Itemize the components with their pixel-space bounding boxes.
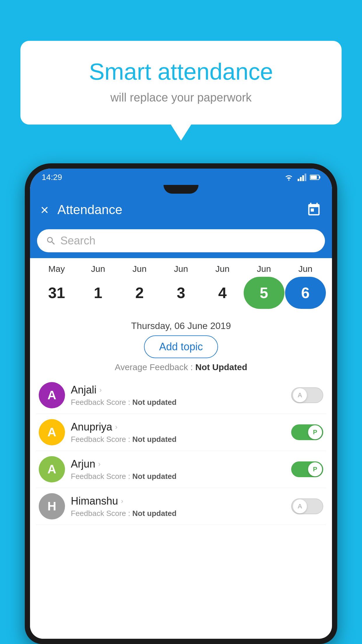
status-time: 14:29 [42, 173, 62, 182]
toggle-present-arjun[interactable]: P [291, 461, 323, 477]
calendar-day-3[interactable]: 3 [161, 277, 201, 309]
svg-rect-0 [298, 179, 299, 181]
calendar-day-31[interactable]: 31 [36, 277, 77, 309]
phone-screen: 14:29 [30, 169, 332, 639]
student-feedback-anjali: Feedback Score : Not updated [71, 398, 285, 407]
add-topic-button[interactable]: Add topic [144, 335, 218, 358]
notch-area [30, 185, 332, 194]
student-name-himanshu: Himanshu › [71, 495, 285, 507]
avg-feedback-value: Not Updated [195, 362, 247, 372]
speech-bubble-section: Smart attendance will replace your paper… [20, 41, 342, 141]
toggle-present-anupriya[interactable]: P [291, 424, 323, 440]
table-row: A Arjun › Feedback Score : Not updated P [36, 451, 326, 488]
svg-rect-2 [302, 175, 304, 181]
search-bar-wrapper: Search [30, 226, 332, 258]
calendar-day-2[interactable]: 2 [119, 277, 160, 309]
calendar-day-4[interactable]: 4 [202, 277, 243, 309]
calendar-months-row: May Jun Jun Jun Jun Jun Jun [33, 264, 329, 274]
toggle-absent-himanshu[interactable]: A [291, 498, 323, 514]
speech-bubble: Smart attendance will replace your paper… [20, 41, 342, 125]
search-bar[interactable]: Search [37, 229, 325, 252]
month-2: Jun [119, 264, 160, 274]
wifi-icon [284, 174, 294, 181]
avatar-anupriya: A [39, 419, 65, 445]
average-feedback: Average Feedback : Not Updated [30, 362, 332, 372]
calendar-day-6[interactable]: 6 [285, 277, 326, 309]
toggle-absent-anjali[interactable]: A [291, 387, 323, 403]
close-button[interactable]: × [41, 202, 49, 218]
attendance-toggle-anupriya[interactable]: P [291, 424, 323, 440]
calendar-day-1[interactable]: 1 [78, 277, 118, 309]
student-info-himanshu[interactable]: Himanshu › Feedback Score : Not updated [71, 495, 285, 518]
attendance-toggle-arjun[interactable]: P [291, 461, 323, 477]
month-4: Jun [202, 264, 243, 274]
svg-rect-1 [300, 177, 302, 181]
student-feedback-anupriya: Feedback Score : Not updated [71, 435, 285, 444]
calendar-strip: May Jun Jun Jun Jun Jun Jun 31 1 2 3 4 5… [30, 258, 332, 318]
toggle-knob-arjun: P [308, 462, 322, 476]
notch [164, 185, 198, 194]
status-bar: 14:29 [30, 169, 332, 185]
avg-feedback-label: Average Feedback : [115, 362, 195, 372]
search-icon [46, 236, 56, 246]
student-name-anupriya: Anupriya › [71, 421, 285, 433]
signal-icon [298, 174, 306, 181]
chevron-right-icon: › [121, 497, 123, 505]
speech-bubble-arrow [171, 125, 191, 141]
student-info-anupriya[interactable]: Anupriya › Feedback Score : Not updated [71, 421, 285, 444]
app-bar-title: Attendance [57, 202, 306, 217]
status-icons [284, 174, 320, 181]
student-info-arjun[interactable]: Arjun › Feedback Score : Not updated [71, 458, 285, 481]
avatar-arjun: A [39, 456, 65, 482]
search-placeholder: Search [60, 235, 95, 247]
student-name-anjali: Anjali › [71, 384, 285, 396]
avatar-himanshu: H [39, 493, 65, 519]
phone-frame: 14:29 [25, 163, 337, 644]
calendar-days-row: 31 1 2 3 4 5 6 [33, 274, 329, 315]
student-name-arjun: Arjun › [71, 458, 285, 470]
toggle-knob-anjali: A [293, 388, 307, 402]
svg-rect-6 [310, 176, 317, 179]
month-1: Jun [78, 264, 118, 274]
chevron-right-icon: › [98, 460, 101, 468]
student-info-anjali[interactable]: Anjali › Feedback Score : Not updated [71, 384, 285, 407]
student-feedback-himanshu: Feedback Score : Not updated [71, 509, 285, 518]
attendance-toggle-anjali[interactable]: A [291, 387, 323, 403]
calendar-icon[interactable] [306, 202, 321, 217]
attendance-toggle-himanshu[interactable]: A [291, 498, 323, 514]
student-list: A Anjali › Feedback Score : Not updated … [30, 377, 332, 525]
student-feedback-arjun: Feedback Score : Not updated [71, 472, 285, 481]
toggle-knob-anupriya: P [308, 425, 322, 439]
month-5: Jun [244, 264, 284, 274]
table-row: A Anupriya › Feedback Score : Not update… [36, 414, 326, 451]
toggle-knob-himanshu: A [293, 499, 307, 513]
month-0: May [36, 264, 77, 274]
svg-rect-3 [305, 174, 306, 181]
chevron-right-icon: › [99, 386, 102, 394]
main-content: May Jun Jun Jun Jun Jun Jun 31 1 2 3 4 5… [30, 258, 332, 639]
chevron-right-icon: › [115, 423, 117, 431]
app-bar: × Attendance [30, 194, 332, 226]
speech-bubble-title: Smart attendance [44, 58, 318, 85]
month-6: Jun [285, 264, 326, 274]
table-row: H Himanshu › Feedback Score : Not update… [36, 488, 326, 525]
avatar-anjali: A [39, 382, 65, 408]
table-row: A Anjali › Feedback Score : Not updated … [36, 377, 326, 414]
speech-bubble-subtitle: will replace your paperwork [44, 91, 318, 104]
selected-date-display: Thursday, 06 June 2019 [30, 321, 332, 331]
month-3: Jun [161, 264, 201, 274]
battery-icon [310, 174, 320, 180]
calendar-day-5[interactable]: 5 [244, 277, 284, 309]
svg-rect-5 [319, 176, 320, 178]
